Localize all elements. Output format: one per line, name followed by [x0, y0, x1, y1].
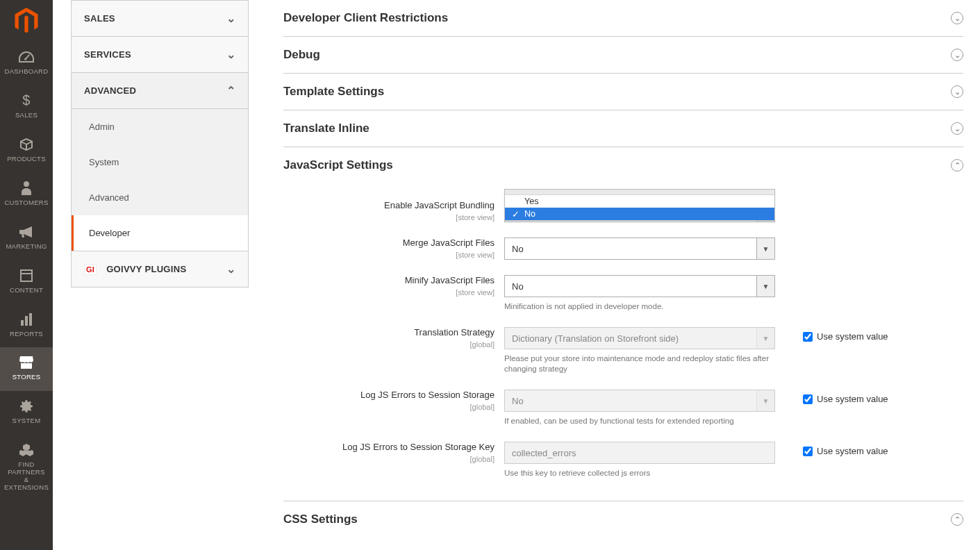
accordion-advanced[interactable]: ADVANCED ⌃: [71, 73, 249, 109]
field-translation-strategy: Translation Strategy [global] Dictionary…: [283, 327, 963, 374]
field-label-text: Log JS Errors to Session Storage Key: [342, 442, 495, 452]
dropdown-option-yes[interactable]: Yes: [505, 195, 774, 208]
caret-down-icon: ▼: [756, 276, 774, 297]
field-scope: [store view]: [283, 288, 495, 297]
sidebar-item-advanced[interactable]: Advanced: [72, 180, 248, 215]
nav-label: MARKETING: [1, 243, 51, 251]
field-scope: [global]: [283, 402, 495, 412]
expand-icon: ⌃: [951, 513, 963, 526]
nav-label: STORES: [1, 374, 51, 381]
field-scope: [store view]: [283, 250, 495, 260]
field-note: Use this key to retrieve collected js er…: [504, 468, 775, 478]
section-title: JavaScript Settings: [283, 158, 393, 172]
nav-customers[interactable]: CUSTOMERS: [0, 173, 53, 217]
nav-partners[interactable]: FIND PARTNERS & EXTENSIONS: [0, 435, 53, 501]
nav-products[interactable]: PRODUCTS: [0, 129, 53, 173]
accordion-sales[interactable]: SALES ⌄: [71, 0, 249, 37]
use-system-value-label: Use system value: [817, 446, 888, 456]
select-value: No: [512, 281, 524, 292]
section-translate-inline[interactable]: Translate Inline ⌄: [283, 110, 963, 147]
dropdown-option-no[interactable]: ✓ No: [505, 208, 774, 220]
field-log-js-errors-key: Log JS Errors to Session Storage Key [gl…: [283, 442, 963, 478]
gauge-icon: [1, 49, 51, 65]
field-label-text: Log JS Errors to Session Storage: [360, 390, 495, 400]
nav-sales[interactable]: $ SALES: [0, 85, 53, 129]
sidebar-item-admin[interactable]: Admin: [72, 109, 248, 144]
chevron-up-icon: ⌃: [226, 84, 235, 97]
document-icon: [1, 267, 51, 284]
field-label-text: Minify JavaScript Files: [405, 275, 495, 285]
merge-js-select[interactable]: No ▼: [504, 238, 775, 260]
nav-label: SYSTEM: [1, 417, 51, 425]
field-note: Please put your store into maintenance m…: [504, 353, 775, 374]
use-system-value-checkbox[interactable]: [803, 332, 813, 342]
user-icon: [1, 180, 51, 197]
svg-marker-1: [24, 15, 28, 33]
bar-chart-icon: [1, 311, 51, 328]
nav-dashboard[interactable]: DASHBOARD: [0, 42, 53, 85]
section-template-settings[interactable]: Template Settings ⌄: [283, 74, 963, 110]
megaphone-icon: [1, 224, 51, 240]
section-css-settings[interactable]: CSS Settings ⌃: [283, 501, 963, 538]
use-system-value-label: Use system value: [817, 394, 888, 404]
section-title: Translate Inline: [283, 122, 369, 135]
nav-marketing[interactable]: MARKETING: [0, 217, 53, 260]
nav-label: DASHBOARD: [1, 68, 51, 76]
config-sidebar: SALES ⌄ SERVICES ⌄ ADVANCED ⌃ Admin Syst…: [53, 0, 267, 550]
sidebar-item-system[interactable]: System: [72, 144, 248, 180]
accordion-services[interactable]: SERVICES ⌄: [71, 37, 249, 73]
field-minify-js: Minify JavaScript Files [store view] No …: [283, 275, 963, 312]
nav-reports[interactable]: REPORTS: [0, 304, 53, 348]
expand-icon: ⌃: [951, 159, 963, 172]
use-system-value-checkbox[interactable]: [803, 447, 813, 456]
nav-label: PRODUCTS: [1, 156, 51, 163]
select-value: Dictionary (Translation on Storefront si…: [512, 333, 679, 344]
chevron-down-icon: ⌄: [226, 262, 235, 276]
section-title: CSS Settings: [283, 512, 358, 526]
nav-label: CONTENT: [1, 287, 51, 294]
field-label-text: Translation Strategy: [414, 327, 495, 338]
accordion-label: SERVICES: [84, 49, 131, 60]
section-title: Debug: [283, 48, 320, 62]
section-title: Template Settings: [283, 85, 384, 99]
use-system-value-checkbox[interactable]: [803, 394, 813, 404]
collapse-icon: ⌄: [951, 49, 963, 61]
select-value: No: [512, 244, 524, 254]
caret-down-icon: ▼: [756, 390, 774, 411]
log-js-errors-key-input: [504, 442, 775, 464]
accordion-label: GOIVVY PLUGINS: [106, 264, 186, 274]
chevron-down-icon: ⌄: [226, 48, 235, 61]
field-label-text: Merge JavaScript Files: [403, 238, 495, 248]
gear-icon: [1, 398, 51, 415]
section-debug[interactable]: Debug ⌄: [283, 37, 963, 74]
field-scope: [store view]: [283, 212, 495, 222]
nav-content[interactable]: CONTENT: [0, 260, 53, 304]
field-log-js-errors: Log JS Errors to Session Storage [global…: [283, 390, 963, 426]
minify-js-select[interactable]: No ▼: [504, 275, 775, 297]
nav-stores[interactable]: STORES: [0, 347, 53, 391]
nav-system[interactable]: SYSTEM: [0, 391, 53, 435]
chevron-down-icon: ⌄: [226, 12, 235, 25]
accordion-label: ADVANCED: [84, 85, 136, 96]
section-developer-client-restrictions[interactable]: Developer Client Restrictions ⌄: [283, 0, 963, 37]
field-scope: [global]: [283, 454, 495, 464]
log-js-errors-select: No ▼: [504, 390, 775, 412]
field-merge-js: Merge JavaScript Files [store view] No ▼: [283, 238, 963, 260]
accordion-goivvy[interactable]: GI GOIVVY PLUGINS ⌄: [71, 251, 249, 288]
translation-strategy-select: Dictionary (Translation on Storefront si…: [504, 327, 775, 349]
caret-down-icon: ▼: [756, 328, 774, 349]
collapse-icon: ⌄: [951, 122, 963, 135]
check-icon: ✓: [512, 209, 520, 219]
nav-label: SALES: [1, 112, 51, 119]
nav-label: REPORTS: [1, 331, 51, 338]
nav-label: CUSTOMERS: [1, 199, 51, 207]
collapse-icon: ⌄: [951, 12, 963, 24]
section-javascript-settings[interactable]: JavaScript Settings ⌃: [283, 147, 963, 183]
field-note: If enabled, can be used by functional te…: [504, 416, 775, 426]
magento-logo[interactable]: [0, 0, 53, 42]
box-icon: [1, 136, 51, 153]
dollar-icon: $: [1, 92, 51, 109]
sidebar-item-developer[interactable]: Developer: [72, 215, 248, 251]
caret-down-icon: ▼: [756, 238, 774, 259]
accordion-label: SALES: [84, 13, 115, 24]
